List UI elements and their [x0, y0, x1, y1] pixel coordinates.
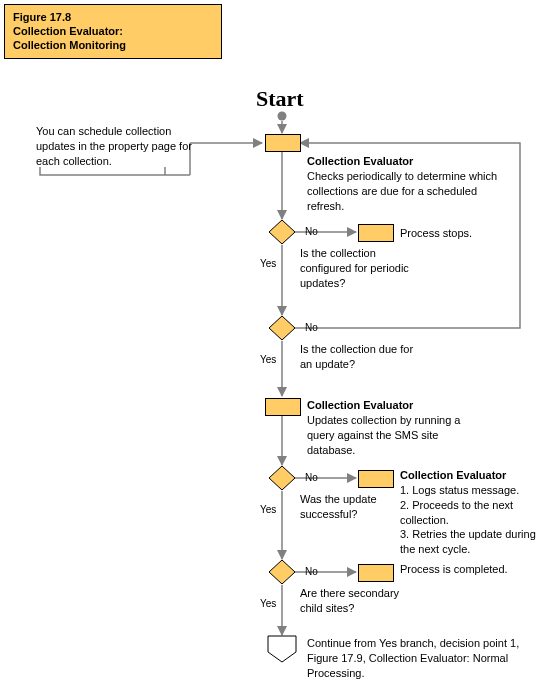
title-line2: Collection Evaluator:	[13, 25, 213, 39]
d3-no-box	[358, 470, 394, 488]
start-node	[278, 112, 287, 121]
d3-no-label: No	[305, 472, 318, 483]
flowchart-stage: Figure 17.8 Collection Evaluator: Collec…	[0, 0, 539, 688]
d3-yes-label: Yes	[260, 504, 276, 515]
d1-yes-label: Yes	[260, 258, 276, 269]
step2-body: Updates collection by running a query ag…	[307, 413, 477, 458]
d3-no-2: 2. Proceeds to the next collection.	[400, 498, 539, 528]
d4-no-text: Process is completed.	[400, 562, 510, 577]
schedule-note: You can schedule collection updates in t…	[36, 124, 196, 169]
figure-title-box: Figure 17.8 Collection Evaluator: Collec…	[4, 4, 222, 59]
d1-question: Is the collection configured for periodi…	[300, 246, 430, 291]
decision-2	[269, 316, 295, 340]
offpage-connector	[268, 636, 296, 662]
d1-no-label: No	[305, 226, 318, 237]
d3-no-heading: Collection Evaluator	[400, 468, 539, 483]
svg-marker-16	[268, 636, 296, 662]
step2-heading: Collection Evaluator	[307, 398, 477, 413]
d3-no-3: 3. Retries the update during the next cy…	[400, 527, 539, 557]
d4-no-label: No	[305, 566, 318, 577]
process-stops-box	[358, 224, 394, 242]
svg-marker-12	[269, 560, 295, 584]
continue-text: Continue from Yes branch, decision point…	[307, 636, 537, 681]
svg-marker-11	[269, 466, 295, 490]
d2-no-label: No	[305, 322, 318, 333]
d2-yes-label: Yes	[260, 354, 276, 365]
decision-4	[269, 560, 295, 584]
title-line1: Figure 17.8	[13, 11, 213, 25]
d2-question: Is the collection due for an update?	[300, 342, 420, 372]
d4-yes-label: Yes	[260, 598, 276, 609]
decision-3	[269, 466, 295, 490]
svg-marker-10	[269, 316, 295, 340]
step1-body: Checks periodically to determine which c…	[307, 169, 512, 214]
title-line3: Collection Monitoring	[13, 39, 213, 53]
d4-no-box	[358, 564, 394, 582]
d3-no-1: 1. Logs status message.	[400, 483, 539, 498]
process-evaluator-1	[265, 134, 301, 152]
d3-question: Was the update successful?	[300, 492, 400, 522]
start-label: Start	[256, 86, 304, 112]
svg-marker-9	[269, 220, 295, 244]
decision-1	[269, 220, 295, 244]
process-evaluator-2	[265, 398, 301, 416]
process-stops-text: Process stops.	[400, 226, 472, 241]
d4-question: Are there secondary child sites?	[300, 586, 400, 616]
step1-heading: Collection Evaluator	[307, 154, 512, 169]
